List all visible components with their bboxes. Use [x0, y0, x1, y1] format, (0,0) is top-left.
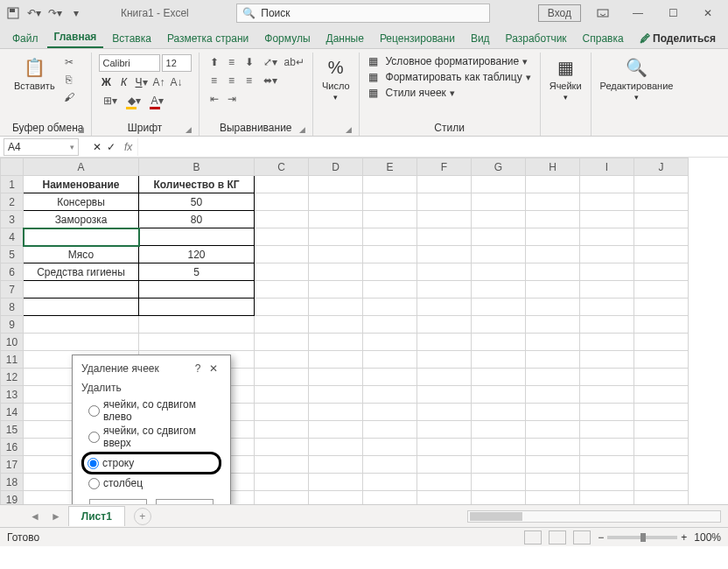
- cell[interactable]: [309, 351, 363, 369]
- cell[interactable]: [526, 456, 580, 474]
- column-header[interactable]: H: [526, 158, 580, 176]
- tab-review[interactable]: Рецензировани: [373, 29, 462, 48]
- align-middle-icon[interactable]: ≡: [224, 54, 240, 70]
- cell[interactable]: [526, 491, 580, 505]
- cell[interactable]: [363, 456, 417, 474]
- italic-button[interactable]: К: [116, 74, 132, 90]
- cell[interactable]: [472, 421, 526, 439]
- cell[interactable]: [634, 456, 689, 474]
- qat-dropdown-icon[interactable]: ▾: [66, 4, 86, 23]
- cell[interactable]: [363, 228, 417, 246]
- cell[interactable]: [526, 404, 580, 421]
- cell[interactable]: [363, 263, 417, 281]
- align-center-icon[interactable]: ≡: [224, 73, 240, 88]
- row-header[interactable]: 19: [1, 491, 24, 505]
- cell[interactable]: [472, 176, 526, 193]
- row-header[interactable]: 7: [1, 281, 24, 299]
- cell[interactable]: [417, 474, 472, 491]
- cell[interactable]: [24, 228, 139, 246]
- cell[interactable]: Наименование: [24, 176, 139, 193]
- cell[interactable]: [634, 176, 689, 193]
- row-header[interactable]: 14: [1, 404, 24, 421]
- font-size-input[interactable]: [162, 54, 192, 72]
- cell[interactable]: [580, 246, 634, 263]
- cell[interactable]: [417, 176, 472, 193]
- cell[interactable]: [363, 316, 417, 334]
- fx-icon[interactable]: fx: [124, 141, 132, 153]
- cells-button[interactable]: ▦ Ячейки ▾: [548, 54, 584, 103]
- cell[interactable]: [417, 351, 472, 369]
- cell[interactable]: [363, 386, 417, 404]
- column-header[interactable]: D: [309, 158, 363, 176]
- cell[interactable]: [634, 193, 689, 211]
- row-header[interactable]: 12: [1, 369, 24, 386]
- cell[interactable]: [255, 369, 309, 386]
- save-icon[interactable]: [4, 4, 23, 23]
- cell[interactable]: [526, 474, 580, 491]
- row-header[interactable]: 8: [1, 299, 24, 316]
- cell[interactable]: [363, 351, 417, 369]
- decrease-indent-icon[interactable]: ⇤: [206, 91, 222, 107]
- cell[interactable]: [417, 193, 472, 211]
- help-icon[interactable]: ?: [190, 362, 206, 375]
- cell[interactable]: [255, 334, 309, 351]
- search-input[interactable]: 🔍 Поиск: [236, 4, 490, 23]
- sheet-nav-next-icon[interactable]: ►: [47, 510, 65, 523]
- cell[interactable]: [634, 351, 689, 369]
- share-button[interactable]: 🖉 Поделиться: [633, 29, 723, 48]
- alignment-launcher-icon[interactable]: ◢: [299, 125, 305, 134]
- tab-developer[interactable]: Разработчик: [499, 29, 574, 48]
- cell[interactable]: [580, 404, 634, 421]
- cell[interactable]: [417, 439, 472, 456]
- select-all-button[interactable]: [1, 158, 24, 176]
- cell[interactable]: [580, 176, 634, 193]
- cell[interactable]: [417, 456, 472, 474]
- cell[interactable]: [309, 246, 363, 263]
- cell[interactable]: 50: [139, 193, 255, 211]
- page-break-view-icon[interactable]: [573, 530, 591, 544]
- wrap-text-icon[interactable]: ab↵: [284, 54, 305, 70]
- ok-button[interactable]: ОК: [89, 499, 147, 504]
- orientation-icon[interactable]: ⤢▾: [259, 54, 282, 70]
- cell[interactable]: [417, 491, 472, 505]
- row-header[interactable]: 3: [1, 211, 24, 228]
- cell[interactable]: [634, 281, 689, 299]
- cell[interactable]: [472, 404, 526, 421]
- horizontal-scrollbar[interactable]: [155, 510, 728, 523]
- cell[interactable]: [255, 193, 309, 211]
- zoom-in-icon[interactable]: +: [681, 531, 687, 544]
- cell[interactable]: [417, 386, 472, 404]
- cell[interactable]: [634, 386, 689, 404]
- cell[interactable]: [309, 281, 363, 299]
- decrease-font-icon[interactable]: A↓: [169, 74, 185, 90]
- cell[interactable]: [255, 351, 309, 369]
- cell[interactable]: [24, 316, 139, 334]
- cell[interactable]: [255, 281, 309, 299]
- cell[interactable]: [363, 421, 417, 439]
- cell[interactable]: [526, 316, 580, 334]
- borders-button[interactable]: ⊞▾: [99, 93, 122, 109]
- row-header[interactable]: 4: [1, 228, 24, 246]
- cell[interactable]: [472, 351, 526, 369]
- cell[interactable]: [472, 263, 526, 281]
- font-color-button[interactable]: A▾: [147, 93, 168, 109]
- cell[interactable]: [634, 334, 689, 351]
- cell[interactable]: [363, 193, 417, 211]
- underline-button[interactable]: Ч▾: [134, 74, 150, 90]
- tab-help[interactable]: Справка: [576, 29, 631, 48]
- cell[interactable]: [255, 246, 309, 263]
- cell[interactable]: [634, 299, 689, 316]
- copy-icon[interactable]: ⎘: [60, 72, 78, 88]
- cell[interactable]: [24, 299, 139, 316]
- cell[interactable]: [309, 193, 363, 211]
- row-header[interactable]: 6: [1, 263, 24, 281]
- column-header[interactable]: E: [363, 158, 417, 176]
- cell[interactable]: [526, 176, 580, 193]
- merge-icon[interactable]: ⬌▾: [259, 73, 282, 88]
- cell[interactable]: [472, 316, 526, 334]
- cell[interactable]: [363, 491, 417, 505]
- cell[interactable]: [580, 211, 634, 228]
- cell-styles-button[interactable]: ▦Стили ячеек ▾: [367, 86, 457, 100]
- cell[interactable]: [255, 491, 309, 505]
- cell[interactable]: [580, 299, 634, 316]
